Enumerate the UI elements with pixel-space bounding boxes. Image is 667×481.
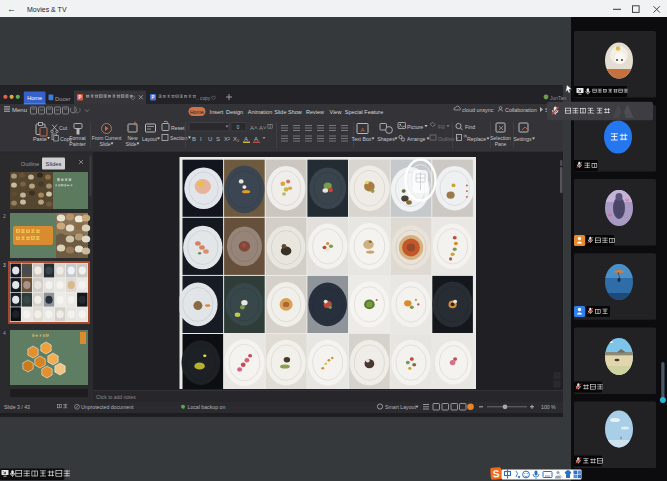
svg-text:Text Box: Text Box	[352, 136, 372, 142]
svg-text:Slides: Slides	[46, 161, 62, 167]
svg-text:Review: Review	[306, 109, 324, 115]
svg-text:Slide: Slide	[99, 141, 110, 147]
svg-text:A˅: A˅	[259, 125, 267, 131]
svg-text:A: A	[254, 136, 258, 142]
svg-text:U: U	[208, 136, 212, 142]
svg-text:Layout: Layout	[142, 136, 158, 142]
svg-text:A: A	[360, 127, 364, 133]
svg-text:A˄: A˄	[250, 125, 258, 131]
svg-text:Slide Show: Slide Show	[274, 109, 302, 115]
svg-text:←: ←	[7, 4, 16, 14]
svg-text:copy: copy	[200, 96, 211, 101]
svg-text:X₂: X₂	[233, 136, 240, 142]
svg-text:S: S	[216, 136, 220, 142]
svg-text:Section: Section	[170, 135, 187, 141]
svg-text:Picture: Picture	[407, 124, 423, 130]
svg-text:Outline: Outline	[21, 161, 39, 167]
svg-text:Painter: Painter	[69, 141, 86, 147]
svg-text:P: P	[78, 95, 81, 100]
svg-text:cloud unsync: cloud unsync	[462, 107, 494, 113]
svg-text:Paste: Paste	[33, 136, 47, 142]
svg-text:Menu: Menu	[12, 107, 27, 113]
svg-text:Reset: Reset	[171, 125, 185, 131]
svg-text:Home: Home	[27, 95, 42, 101]
svg-text:S: S	[492, 468, 500, 479]
svg-text:Pane: Pane	[495, 141, 507, 147]
svg-text:Arrange: Arrange	[407, 136, 426, 142]
svg-text:Outline: Outline	[438, 136, 455, 142]
svg-text:Unprotected document: Unprotected document	[81, 404, 134, 410]
svg-text:Design: Design	[226, 109, 243, 115]
svg-text:View: View	[330, 109, 342, 115]
svg-text:JunTan: JunTan	[550, 95, 566, 101]
svg-text:Find: Find	[465, 124, 475, 130]
svg-text:X²: X²	[224, 136, 230, 142]
svg-text:A: A	[244, 136, 248, 142]
svg-text:3: 3	[3, 262, 6, 268]
svg-text:Smart Layout: Smart Layout	[385, 404, 416, 410]
svg-text:Home: Home	[190, 109, 204, 115]
svg-text:Slide: Slide	[125, 141, 136, 147]
svg-text:P: P	[151, 95, 154, 100]
svg-text:Special Feature: Special Feature	[345, 109, 384, 115]
svg-text:Click to add notes: Click to add notes	[96, 394, 136, 400]
svg-text:Animation: Animation	[248, 109, 272, 115]
svg-text:Movies & TV: Movies & TV	[27, 6, 67, 13]
svg-text:Docer: Docer	[55, 96, 71, 102]
svg-text:Insert: Insert	[210, 109, 224, 115]
svg-text:..: ..	[196, 96, 199, 101]
svg-text:2: 2	[3, 213, 6, 219]
svg-text:Replace: Replace	[467, 136, 486, 142]
svg-text:Local backup on: Local backup on	[188, 404, 226, 410]
svg-text:100 %: 100 %	[541, 404, 556, 410]
svg-text:Shapes: Shapes	[377, 136, 395, 142]
svg-text:Slide 3 / 43: Slide 3 / 43	[4, 404, 30, 410]
svg-text:Cut: Cut	[59, 125, 68, 131]
svg-text:B: B	[192, 136, 196, 142]
svg-text:4: 4	[3, 330, 6, 336]
svg-text::: :	[593, 108, 595, 115]
svg-text:Fill: Fill	[438, 124, 445, 130]
svg-text:0: 0	[237, 124, 240, 130]
svg-text:Settings: Settings	[513, 136, 532, 142]
svg-text:Collaboration: Collaboration	[505, 107, 537, 113]
